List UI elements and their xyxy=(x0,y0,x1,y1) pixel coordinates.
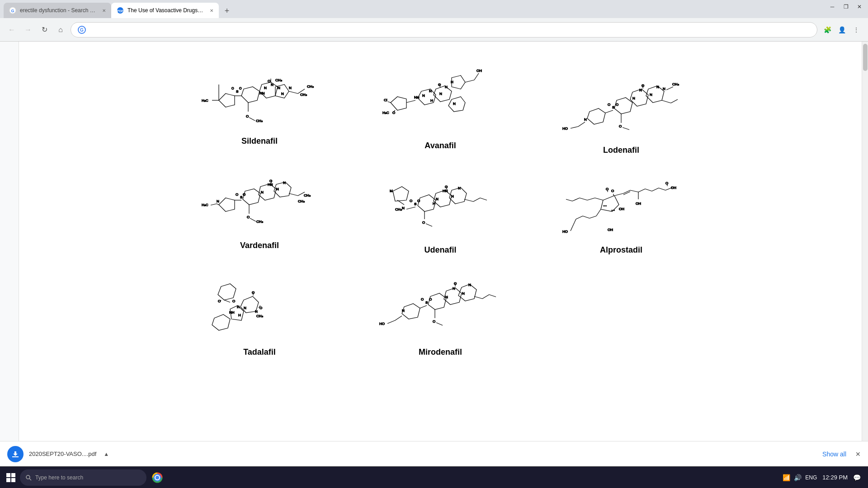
tab2-close-btn[interactable]: ✕ xyxy=(210,8,213,13)
new-tab-button[interactable]: + xyxy=(221,5,233,17)
svg-text:···: ··· xyxy=(603,203,607,208)
svg-line-132 xyxy=(464,199,473,202)
tab-pdf-viewer[interactable]: PDF The Use of Vasoactive Drugs in t ✕ xyxy=(111,3,219,18)
svg-text:N: N xyxy=(639,88,642,92)
svg-marker-56 xyxy=(448,97,465,112)
svg-text:H: H xyxy=(430,99,433,103)
svg-line-199 xyxy=(436,323,443,325)
svg-rect-214 xyxy=(6,478,10,482)
extension-icon[interactable]: 🧩 xyxy=(821,23,834,36)
browser-toolbar-icons: 🧩 👤 ⋮ xyxy=(821,23,863,36)
google-logo-icon: G xyxy=(77,25,86,34)
reload-button[interactable]: ↻ xyxy=(38,23,51,36)
download-actions: Show all ✕ xyxy=(822,450,861,458)
tab-bar: G erectile dysfunction - Search Res ✕ PD… xyxy=(0,0,868,18)
vardenafil-structure: H₃C N S O O xyxy=(171,164,348,236)
pdf-favicon-icon: PDF xyxy=(117,7,124,14)
taskbar-right-area: 📶 🔊 ENG 12:29 PM 💬 xyxy=(783,473,864,482)
lodenafil-label: Lodenafil xyxy=(603,145,639,155)
back-button[interactable]: ← xyxy=(5,23,18,36)
start-button[interactable] xyxy=(4,470,18,485)
svg-line-70 xyxy=(623,127,629,130)
svg-marker-179 xyxy=(218,284,236,300)
svg-text:N: N xyxy=(429,89,432,93)
svg-text:O: O xyxy=(422,221,425,225)
show-all-button[interactable]: Show all xyxy=(822,450,846,458)
svg-line-144 xyxy=(614,193,623,196)
svg-text:N: N xyxy=(217,199,219,203)
svg-text:OH: OH xyxy=(476,69,482,73)
svg-line-141 xyxy=(580,198,587,200)
language-indicator[interactable]: ENG xyxy=(805,474,817,481)
svg-text:N: N xyxy=(281,92,284,96)
pdf-content: S O O N N N N xyxy=(19,42,862,441)
svg-text:CH₃: CH₃ xyxy=(275,78,282,82)
download-chevron-icon[interactable]: ▲ xyxy=(104,451,109,457)
restore-button[interactable]: ❐ xyxy=(842,3,850,11)
taskbar-search-bar[interactable]: Type here to search xyxy=(20,469,146,486)
svg-text:O: O xyxy=(619,124,622,128)
scrollbar[interactable] xyxy=(862,42,868,441)
svg-line-152 xyxy=(652,188,659,191)
network-icon[interactable]: 📶 xyxy=(783,474,790,481)
svg-line-142 xyxy=(572,198,580,201)
svg-text:O: O xyxy=(239,87,242,90)
svg-rect-212 xyxy=(6,473,10,477)
svg-point-220 xyxy=(156,476,159,479)
scrollbar-thumb[interactable] xyxy=(863,44,868,71)
svg-line-115 xyxy=(406,207,415,209)
compound-vardenafil: H₃C N S O O xyxy=(171,164,348,255)
svg-text:O: O xyxy=(410,199,412,203)
svg-marker-93 xyxy=(243,189,260,205)
svg-text:N: N xyxy=(468,283,471,287)
svg-text:N: N xyxy=(276,187,279,191)
svg-text:N: N xyxy=(261,190,264,194)
svg-line-161 xyxy=(583,216,590,218)
volume-icon[interactable]: 🔊 xyxy=(794,474,802,481)
menu-icon[interactable]: ⋮ xyxy=(850,23,863,36)
svg-text:H: H xyxy=(237,305,240,309)
svg-text:N: N xyxy=(632,96,635,100)
svg-text:O: O xyxy=(269,179,272,183)
address-bar: ← → ↻ ⌂ G 🧩 👤 ⋮ xyxy=(0,18,868,42)
svg-text:H: H xyxy=(433,202,435,206)
download-bar-close-button[interactable]: ✕ xyxy=(855,450,861,458)
svg-text:CH₃: CH₃ xyxy=(300,93,307,97)
svg-text:OH: OH xyxy=(671,186,676,190)
svg-text:O: O xyxy=(616,103,618,107)
svg-marker-6 xyxy=(219,94,235,107)
svg-line-82 xyxy=(662,100,671,103)
home-button[interactable]: ⌂ xyxy=(54,23,67,36)
close-button[interactable]: ✕ xyxy=(855,3,863,11)
svg-line-87 xyxy=(217,204,219,205)
profile-icon[interactable]: 👤 xyxy=(835,23,848,36)
svg-marker-110 xyxy=(393,187,409,201)
tab-search-results[interactable]: G erectile dysfunction - Search Res ✕ xyxy=(4,3,111,18)
svg-marker-9 xyxy=(241,87,259,103)
svg-line-83 xyxy=(671,99,678,103)
url-bar[interactable]: G xyxy=(71,22,817,38)
svg-line-208 xyxy=(474,296,482,299)
svg-text:O: O xyxy=(268,79,270,83)
svg-line-134 xyxy=(480,198,487,200)
notification-icon[interactable]: 💬 xyxy=(853,474,861,481)
pdf-sidebar xyxy=(0,42,19,441)
taskbar-chrome-app[interactable] xyxy=(148,469,166,487)
mirodenafil-structure: HO N S O xyxy=(352,264,528,343)
svg-rect-211 xyxy=(12,456,19,457)
svg-line-189 xyxy=(395,316,402,320)
svg-text:N: N xyxy=(271,83,274,87)
forward-button[interactable]: → xyxy=(22,23,34,36)
svg-rect-215 xyxy=(11,478,15,482)
svg-text:N: N xyxy=(402,309,405,313)
svg-text:O: O xyxy=(611,189,614,193)
svg-text:···: ··· xyxy=(611,208,615,213)
minimize-button[interactable]: ─ xyxy=(828,3,836,11)
mirodenafil-label: Mirodenafil xyxy=(419,347,462,357)
tab1-close-btn[interactable]: ✕ xyxy=(102,8,106,13)
svg-text:N: N xyxy=(458,186,461,190)
svg-text:S: S xyxy=(612,105,614,109)
svg-marker-34 xyxy=(391,97,406,110)
svg-text:H: H xyxy=(451,80,453,84)
svg-text:O: O xyxy=(231,87,234,90)
